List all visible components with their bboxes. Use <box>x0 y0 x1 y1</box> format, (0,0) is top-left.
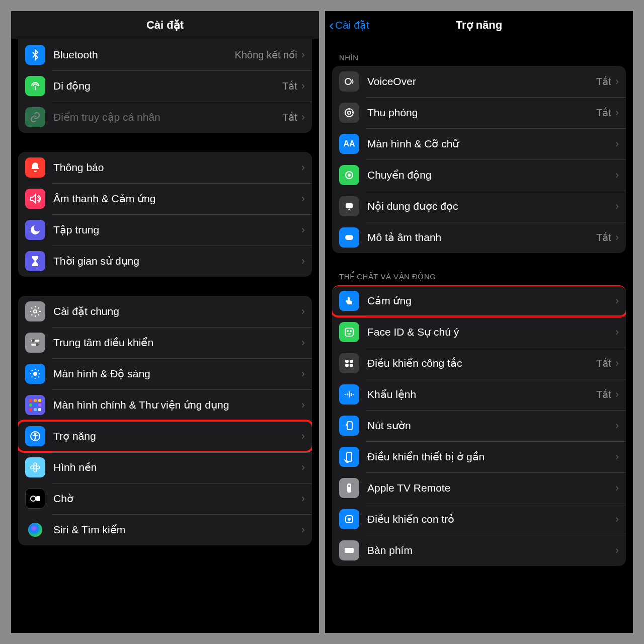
row-label: Mô tả âm thanh <box>367 231 596 244</box>
row-label: Cảm ứng <box>367 294 615 307</box>
nearby-icon <box>339 447 359 467</box>
row-homescreen[interactable]: Màn hình chính & Thư viện ứng dụng › <box>18 389 312 421</box>
row-label: Âm thanh & Cảm ứng <box>53 192 301 205</box>
row-status: Tắt <box>596 388 611 400</box>
chevron-right-icon: › <box>615 231 619 244</box>
zoom-icon <box>339 103 359 123</box>
back-button[interactable]: ‹ Cài đặt <box>329 18 369 33</box>
row-accessibility[interactable]: Trợ năng › <box>18 421 312 452</box>
row-wallpaper[interactable]: Hình nền › <box>18 452 312 483</box>
row-motion[interactable]: Chuyển động › <box>332 159 626 191</box>
svg-rect-31 <box>351 393 352 396</box>
speech-icon <box>339 196 359 216</box>
row-audiodesc[interactable]: Mô tả âm thanh Tắt › <box>332 222 626 253</box>
chevron-right-icon: › <box>615 450 619 463</box>
svg-point-5 <box>33 372 37 376</box>
svg-rect-20 <box>346 203 353 208</box>
row-sidebutton[interactable]: Nút sườn › <box>332 410 626 441</box>
row-switchcontrol[interactable]: Điều khiển công tắc Tắt › <box>332 348 626 379</box>
chevron-right-icon: › <box>301 79 305 93</box>
svg-point-19 <box>348 174 350 176</box>
chevron-right-icon: › <box>615 169 619 182</box>
svg-rect-22 <box>345 328 353 336</box>
svg-rect-27 <box>345 364 349 367</box>
svg-point-7 <box>35 433 36 435</box>
svg-point-16 <box>345 109 353 117</box>
row-textsize[interactable]: AA Màn hình & Cỡ chữ › <box>332 128 626 159</box>
bell-icon <box>25 157 45 178</box>
row-standby[interactable]: Chờ › <box>18 483 312 514</box>
row-cellular[interactable]: Di động Tắt › <box>18 70 312 102</box>
row-keyboard[interactable]: Bàn phím › <box>332 535 626 566</box>
row-label: Chờ <box>53 492 301 505</box>
row-hotspot[interactable]: Điểm truy cập cá nhân Tắt › <box>18 102 312 133</box>
chevron-right-icon: › <box>301 255 305 268</box>
svg-point-24 <box>350 331 351 332</box>
row-label: Trung tâm điều khiển <box>53 336 301 349</box>
switch-icon <box>339 353 359 373</box>
row-touch[interactable]: Cảm ứng › <box>332 285 626 316</box>
apps-grid-icon <box>25 395 45 415</box>
row-display[interactable]: Màn hình & Độ sáng › <box>18 358 312 389</box>
row-appletv[interactable]: Apple TV Remote › <box>332 472 626 504</box>
row-focus[interactable]: Tập trung › <box>18 214 312 246</box>
row-controlcenter[interactable]: Trung tâm điều khiển › <box>18 327 312 358</box>
svg-rect-26 <box>350 360 353 363</box>
group-physical: Cảm ứng › Face ID & Sự chú ý › Điều khiể… <box>332 285 626 566</box>
row-voiceover[interactable]: VoiceOver Tắt › <box>332 66 626 97</box>
antenna-icon <box>25 76 45 96</box>
sun-icon <box>25 364 45 384</box>
chevron-right-icon: › <box>615 294 619 307</box>
svg-point-13 <box>31 496 36 501</box>
row-status: Tắt <box>596 75 611 88</box>
row-status: Tắt <box>596 357 611 369</box>
svg-point-17 <box>348 111 351 114</box>
row-label: Hình nền <box>53 461 301 474</box>
row-label: Điểm truy cập cá nhân <box>53 111 282 124</box>
svg-rect-36 <box>347 484 351 493</box>
chevron-right-icon: › <box>615 544 619 557</box>
back-label: Cài đặt <box>335 19 369 31</box>
group-general: Cài đặt chung › Trung tâm điều khiển › M… <box>18 296 312 545</box>
gear-icon <box>25 301 45 321</box>
svg-point-12 <box>37 466 40 469</box>
group-notifications: Thông báo › Âm thanh & Cảm ứng › Tập tru… <box>18 152 312 277</box>
svg-point-3 <box>32 339 35 342</box>
chevron-right-icon: › <box>301 48 305 61</box>
moon-icon <box>25 220 45 240</box>
touch-icon <box>339 291 359 311</box>
link-icon <box>25 107 45 127</box>
settings-screen: Cài đặt Bluetooth Không kết nối › Di độn… <box>11 11 319 633</box>
chevron-right-icon: › <box>615 513 619 526</box>
faceid-icon <box>339 322 359 342</box>
row-label: Apple TV Remote <box>367 481 615 495</box>
row-screentime[interactable]: Thời gian sử dụng › <box>18 246 312 277</box>
row-siri[interactable]: Siri & Tìm kiếm › <box>18 514 312 545</box>
svg-rect-14 <box>37 497 40 501</box>
navbar: ‹ Cài đặt Trợ năng <box>325 11 633 39</box>
section-header-physical: THỂ CHẤT VÀ VẬN ĐỘNG <box>332 258 626 285</box>
bluetooth-icon <box>25 45 45 65</box>
row-label: Thu phóng <box>367 106 596 119</box>
chevron-right-icon: › <box>301 111 305 124</box>
settings-content[interactable]: Bluetooth Không kết nối › Di động Tắt › … <box>11 39 319 633</box>
row-pointer[interactable]: Điều khiển con trỏ › <box>332 504 626 535</box>
row-label: Cài đặt chung <box>53 305 301 318</box>
chevron-right-icon: › <box>301 336 305 349</box>
row-label: VoiceOver <box>367 75 596 88</box>
accessibility-content[interactable]: NHÌN VoiceOver Tắt › Thu phóng Tắt › AA <box>325 39 633 633</box>
svg-rect-30 <box>349 391 350 397</box>
row-voicecontrol[interactable]: Khẩu lệnh Tắt › <box>332 379 626 410</box>
row-notifications[interactable]: Thông báo › <box>18 152 312 183</box>
row-general[interactable]: Cài đặt chung › <box>18 296 312 327</box>
row-zoom[interactable]: Thu phóng Tắt › <box>332 97 626 128</box>
row-faceid[interactable]: Face ID & Sự chú ý › <box>332 316 626 348</box>
row-spoken[interactable]: Nội dung được đọc › <box>332 191 626 222</box>
row-nearby[interactable]: Điều khiển thiết bị ở gần › <box>332 441 626 472</box>
row-sounds[interactable]: Âm thanh & Cảm ứng › <box>18 183 312 214</box>
row-bluetooth[interactable]: Bluetooth Không kết nối › <box>18 39 312 70</box>
row-label: Điều khiển thiết bị ở gần <box>367 450 615 463</box>
sidebutton-icon <box>339 416 359 436</box>
speaker-icon <box>25 189 45 209</box>
svg-rect-34 <box>347 422 352 430</box>
